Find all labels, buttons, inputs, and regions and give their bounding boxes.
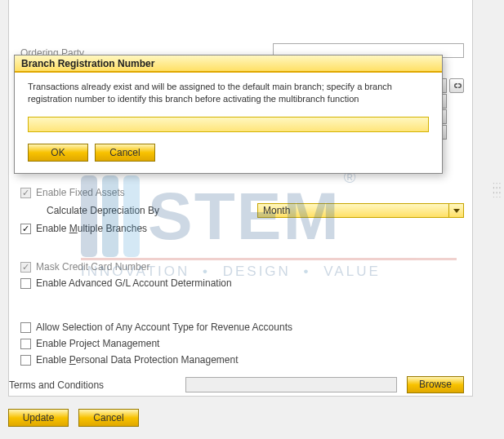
dialog-cancel-button[interactable]: Cancel	[95, 144, 155, 162]
terms-input[interactable]	[185, 377, 397, 392]
section-misc: Allow Selection of Any Account Type for …	[20, 319, 464, 368]
chevron-down-icon	[448, 204, 463, 217]
dialog-title: Branch Registration Number	[15, 55, 442, 73]
dialog-message: Transactions already exist and will be a…	[28, 81, 429, 105]
allow-account-type-checkbox[interactable]	[20, 322, 31, 333]
adv-gl-label: Enable Advanced G/L Account Determinatio…	[36, 277, 232, 289]
cancel-button[interactable]: Cancel	[78, 409, 139, 427]
enable-multiple-branches-checkbox[interactable]	[20, 224, 31, 234]
mask-cc-checkbox	[20, 262, 31, 273]
update-button[interactable]: Update	[8, 409, 69, 427]
branch-registration-dialog: Branch Registration Number Transactions …	[14, 55, 443, 174]
mask-cc-label: Mask Credit Card Number	[36, 261, 149, 273]
svg-marker-4	[453, 209, 460, 213]
enable-pdpm-label: Enable Personal Data Protection Manageme…	[36, 354, 239, 366]
enable-fixed-assets-label: Enable Fixed Assets	[36, 187, 125, 198]
enable-project-mgmt-checkbox[interactable]	[20, 339, 31, 349]
enable-pdpm-checkbox[interactable]	[20, 355, 31, 366]
calc-depreciation-select[interactable]: Month	[257, 203, 464, 218]
section-assets: Enable Fixed Assets Calculate Depreciati…	[20, 184, 464, 237]
enable-multiple-branches-label: Enable Multiple Branches	[36, 223, 147, 234]
branch-registration-input[interactable]	[28, 117, 429, 132]
window-grip[interactable]: :::::::::	[493, 184, 504, 208]
bottom-buttons: Update Cancel	[8, 409, 139, 427]
allow-account-type-label: Allow Selection of Any Account Type for …	[36, 321, 292, 333]
enable-project-mgmt-label: Enable Project Management	[36, 338, 159, 349]
dialog-ok-button[interactable]: OK	[28, 144, 88, 162]
terms-row: Terms and Conditions Browse	[9, 376, 464, 393]
section-cc-gl: Mask Credit Card Number Enable Advanced …	[20, 259, 464, 291]
terms-label: Terms and Conditions	[9, 379, 104, 391]
browse-button[interactable]: Browse	[407, 376, 464, 393]
calc-depreciation-label: Calculate Depreciation By	[47, 205, 257, 216]
enable-fixed-assets-checkbox	[20, 188, 31, 198]
calc-depreciation-value: Month	[263, 205, 290, 216]
adv-gl-checkbox[interactable]	[20, 278, 31, 289]
link-icon[interactable]	[449, 78, 464, 93]
